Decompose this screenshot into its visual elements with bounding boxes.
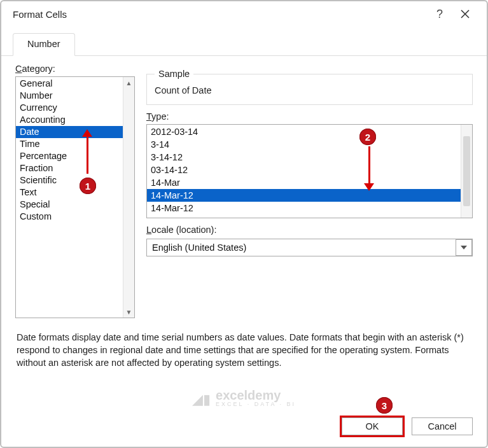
ok-button[interactable]: OK bbox=[342, 417, 403, 435]
dialog-body: Category: General Number Currency Accoun… bbox=[1, 56, 487, 409]
category-item-time[interactable]: Time bbox=[16, 138, 123, 150]
type-item[interactable]: 14-Mar-12 bbox=[147, 202, 461, 214]
type-label: Type: bbox=[146, 111, 473, 122]
category-item-fraction[interactable]: Fraction bbox=[16, 162, 123, 174]
category-item-accounting[interactable]: Accounting bbox=[16, 114, 123, 126]
annotation-marker-1: 1 bbox=[80, 178, 96, 194]
help-button[interactable]: ? bbox=[427, 8, 452, 21]
category-item-date[interactable]: Date bbox=[16, 126, 123, 138]
locale-value: English (United States) bbox=[147, 242, 456, 253]
category-item-currency[interactable]: Currency bbox=[16, 102, 123, 114]
category-item-text[interactable]: Text bbox=[16, 186, 123, 199]
dialog-footer: OK Cancel bbox=[1, 409, 487, 447]
sample-legend: Sample bbox=[155, 69, 193, 79]
sample-value: Count of Date bbox=[155, 85, 464, 95]
format-cells-dialog: Format Cells ? Number Category: General … bbox=[0, 0, 488, 448]
type-item[interactable]: 3-14-12 bbox=[147, 151, 461, 164]
close-icon bbox=[461, 10, 470, 18]
category-item-general[interactable]: General bbox=[16, 78, 123, 90]
type-item[interactable]: 03-14-12 bbox=[147, 164, 461, 176]
chevron-down-icon bbox=[461, 246, 467, 249]
scroll-down-icon[interactable]: ▼ bbox=[123, 306, 134, 318]
type-scrollbar[interactable] bbox=[461, 125, 472, 218]
cancel-button[interactable]: Cancel bbox=[412, 417, 473, 435]
close-button[interactable] bbox=[452, 9, 478, 20]
category-item-percentage[interactable]: Percentage bbox=[16, 150, 123, 162]
category-label: Category: bbox=[15, 64, 135, 74]
category-item-custom[interactable]: Custom bbox=[16, 211, 123, 223]
locale-select[interactable]: English (United States) bbox=[146, 239, 473, 256]
window-title: Format Cells bbox=[13, 9, 427, 20]
type-item-selected[interactable]: 14-Mar-12 bbox=[147, 189, 461, 202]
description-text: Date formats display date and time seria… bbox=[15, 318, 473, 369]
type-item[interactable]: 2012-03-14 bbox=[147, 125, 461, 138]
annotation-marker-3: 3 bbox=[376, 397, 393, 414]
title-bar: Format Cells ? bbox=[1, 1, 487, 24]
tab-number[interactable]: Number bbox=[13, 33, 75, 56]
type-listbox[interactable]: 2012-03-14 3-14 3-14-12 03-14-12 14-Mar … bbox=[146, 124, 473, 218]
annotation-arrow-2 bbox=[364, 146, 374, 191]
type-item[interactable]: 14-Mar bbox=[147, 176, 461, 189]
locale-dropdown-button[interactable] bbox=[456, 239, 472, 256]
category-item-number[interactable]: Number bbox=[16, 90, 123, 102]
type-item[interactable]: 3-14 bbox=[147, 138, 461, 151]
locale-label: Locale (location): bbox=[146, 225, 473, 235]
scroll-up-icon[interactable]: ▲ bbox=[123, 77, 134, 88]
tab-strip: Number bbox=[1, 26, 487, 56]
sample-group: Sample Count of Date bbox=[146, 69, 473, 105]
category-item-scientific[interactable]: Scientific bbox=[16, 174, 123, 186]
annotation-arrow-1 bbox=[82, 129, 92, 174]
scroll-thumb[interactable] bbox=[463, 136, 470, 206]
category-scrollbar[interactable]: ▲ ▼ bbox=[123, 77, 134, 318]
category-label-text: ategory: bbox=[22, 64, 55, 74]
category-item-special[interactable]: Special bbox=[16, 199, 123, 211]
annotation-marker-2: 2 bbox=[359, 129, 376, 145]
category-listbox[interactable]: General Number Currency Accounting Date … bbox=[15, 76, 135, 318]
